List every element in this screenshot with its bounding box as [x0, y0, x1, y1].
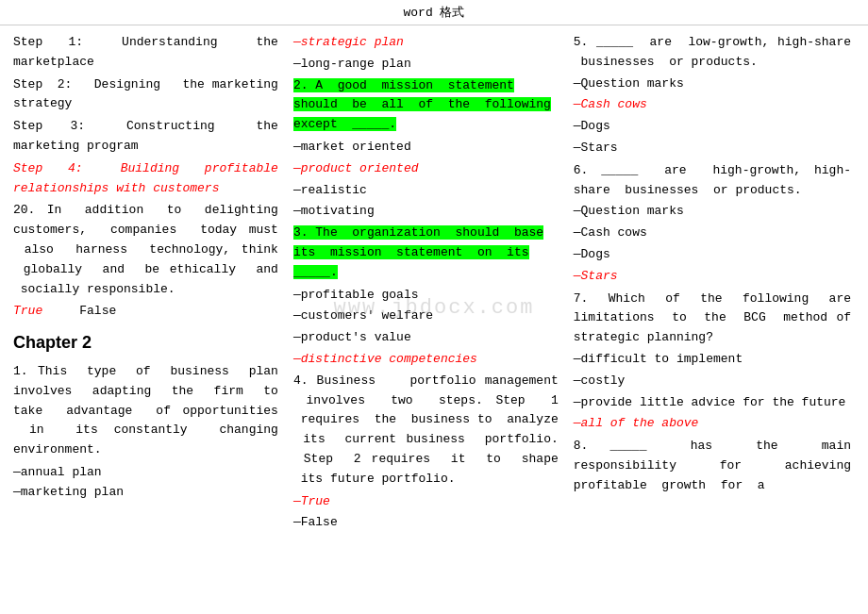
q8-text: 8. _____ has the main responsibility for… [574, 437, 851, 495]
q3-highlight: 3. The organization should base its miss… [293, 224, 559, 282]
document-title: word 格式 [403, 6, 464, 20]
q2-text: 2. A good mission statement should be al… [293, 78, 551, 132]
false-answer: —False [293, 513, 559, 533]
title-bar: word 格式 [0, 0, 868, 25]
profitable-goals: —profitable goals [293, 286, 559, 306]
step1: Step 1: Understanding the marketplace [13, 33, 278, 73]
q6-text: 6. _____ are high-growth, high-share bus… [574, 161, 851, 201]
q5-question-marks: —Question marks [574, 75, 851, 94]
product-oriented: —product oriented [293, 159, 559, 179]
q7-little-advice: —provide little advice for the future [574, 393, 851, 413]
market-oriented: —market oriented [293, 138, 559, 158]
column-mid: —strategic plan —long-range plan 2. A go… [286, 33, 566, 533]
step3: Step 3: Constructing the marketing progr… [13, 117, 278, 157]
true-answer: —True [293, 492, 559, 512]
annual-plan: —annual plan [13, 463, 278, 483]
strategic-plan: —strategic plan [293, 33, 559, 53]
q5-cash-cows: —Cash cows [574, 95, 851, 115]
realistic: —realistic [293, 181, 559, 201]
column-left: Step 1: Understanding the marketplace St… [9, 33, 286, 533]
q3-text: 3. The organization should base its miss… [293, 225, 543, 279]
long-range-plan: —long-range plan [293, 55, 559, 75]
q1-text: 1. This type of business plan involves a… [13, 362, 278, 460]
q6-stars: —Stars [574, 267, 851, 287]
column-right: 5. _____ are low-growth, high-share busi… [566, 33, 859, 533]
q7-difficult: —difficult to implement [574, 350, 851, 370]
q5-text: 5. _____ are low-growth, high-share busi… [574, 33, 851, 73]
motivating: —motivating [293, 202, 559, 222]
step2: Step 2: Designing the marketing strategy [13, 75, 278, 115]
q6-cash-cows: —Cash cows [574, 224, 851, 243]
q5-dogs: —Dogs [574, 117, 851, 137]
marketing-plan: —marketing plan [13, 483, 278, 503]
false-label: False [50, 304, 116, 318]
q7-costly: —costly [574, 372, 851, 391]
q6-question-marks: —Question marks [574, 202, 851, 222]
step4: Step 4: Building profitable relationship… [13, 159, 278, 199]
products-value: —product's value [293, 328, 559, 348]
distinctive-competencies: —distinctive competencies [293, 350, 559, 370]
true-false-line: True False [13, 302, 278, 322]
customers-welfare: —customers' welfare [293, 307, 559, 326]
q4-text: 4. Business portfolio management involve… [293, 372, 559, 490]
q20-text: 20. In addition to delighting customers,… [13, 201, 278, 299]
q6-dogs: —Dogs [574, 245, 851, 265]
q5-stars: —Stars [574, 139, 851, 158]
true-label: True [13, 304, 42, 318]
chapter2-heading: Chapter 2 [13, 329, 278, 357]
q7-all-above: —all of the above [574, 414, 851, 434]
q7-text: 7. Which of the following are limitation… [574, 290, 851, 348]
q2-highlight: 2. A good mission statement should be al… [293, 76, 559, 135]
